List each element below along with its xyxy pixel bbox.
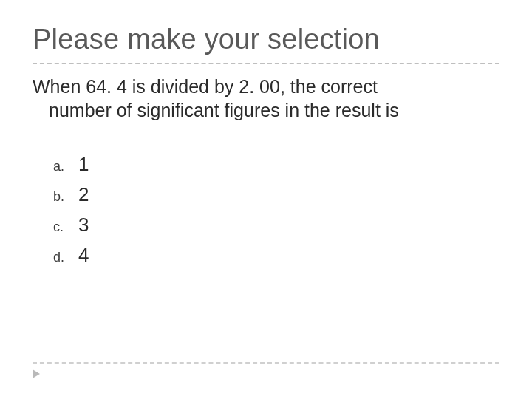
option-letter: b. — [53, 189, 78, 205]
option-letter: a. — [53, 159, 78, 174]
option-d[interactable]: d. 4 — [53, 244, 499, 267]
svg-marker-0 — [33, 369, 40, 378]
title-divider — [33, 63, 499, 64]
option-letter: c. — [53, 219, 78, 235]
question-text: When 64. 4 is divided by 2. 00, the corr… — [33, 75, 491, 122]
option-value: 1 — [78, 153, 89, 176]
option-letter: d. — [53, 250, 78, 265]
option-value: 4 — [78, 244, 89, 267]
question-line-2: number of significant figures in the res… — [33, 98, 491, 122]
footer-divider — [33, 362, 499, 364]
option-value: 3 — [78, 214, 89, 236]
option-a[interactable]: a. 1 — [53, 153, 499, 176]
slide: Please make your selection When 64. 4 is… — [0, 0, 532, 399]
question-line-1: When 64. 4 is divided by 2. 00, the corr… — [33, 76, 378, 97]
option-value: 2 — [78, 183, 89, 206]
option-b[interactable]: b. 2 — [53, 183, 499, 206]
options-list: a. 1 b. 2 c. 3 d. 4 — [33, 153, 499, 267]
option-c[interactable]: c. 3 — [53, 214, 499, 236]
bullet-marker-icon — [33, 369, 41, 378]
page-title: Please make your selection — [33, 24, 499, 55]
